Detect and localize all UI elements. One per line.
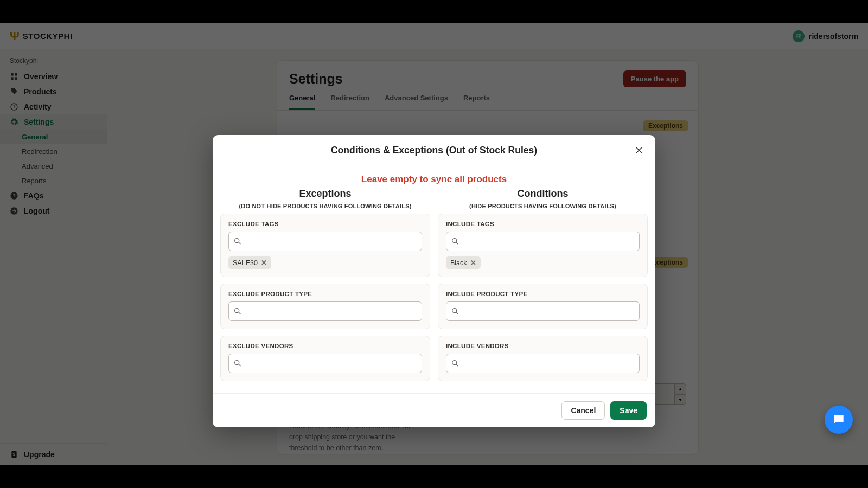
exclude-tags-input[interactable] [228, 232, 422, 251]
exceptions-title: Exceptions [220, 188, 430, 200]
include-vendors-input[interactable] [446, 354, 640, 373]
exclude-tags-card: EXCLUDE TAGS SALE30 ✕ [220, 214, 430, 277]
exceptions-column: Exceptions (DO NOT HIDE PRODUCTS HAVING … [220, 188, 430, 388]
include-product-type-card: INCLUDE PRODUCT TYPE [438, 284, 648, 329]
exceptions-subtitle: (DO NOT HIDE PRODUCTS HAVING FOLLOWING D… [220, 203, 430, 209]
save-button[interactable]: Save [610, 401, 647, 420]
chat-fab[interactable] [825, 406, 853, 434]
include-ptype-label: INCLUDE PRODUCT TYPE [446, 291, 640, 297]
exclude-tags-label: EXCLUDE TAGS [228, 221, 422, 227]
include-tags-label: INCLUDE TAGS [446, 221, 640, 227]
include-vendors-card: INCLUDE VENDORS [438, 336, 648, 381]
conditions-title: Conditions [438, 188, 648, 200]
conditions-column: Conditions (HIDE PRODUCTS HAVING FOLLOWI… [438, 188, 648, 388]
conditions-subtitle: (HIDE PRODUCTS HAVING FOLLOWING DETAILS) [438, 203, 648, 209]
chip-remove-icon[interactable]: ✕ [470, 259, 476, 267]
cancel-button[interactable]: Cancel [561, 401, 605, 420]
include-vendors-label: INCLUDE VENDORS [446, 343, 640, 349]
exclude-vendors-label: EXCLUDE VENDORS [228, 343, 422, 349]
exclude-ptype-input[interactable] [228, 301, 422, 321]
modal-title: Conditions & Exceptions (Out of Stock Ru… [224, 145, 644, 156]
exclude-ptype-label: EXCLUDE PRODUCT TYPE [228, 291, 422, 297]
modal-note: Leave empty to sync all products [213, 166, 655, 188]
chip-remove-icon[interactable]: ✕ [261, 259, 267, 267]
conditions-modal: Conditions & Exceptions (Out of Stock Ru… [213, 135, 655, 427]
chat-icon [832, 413, 846, 427]
include-tags-input[interactable] [446, 232, 640, 251]
exclude-product-type-card: EXCLUDE PRODUCT TYPE [220, 284, 430, 329]
include-tag-chip: Black ✕ [446, 256, 481, 269]
exclude-vendors-card: EXCLUDE VENDORS [220, 336, 430, 381]
include-tags-card: INCLUDE TAGS Black ✕ [438, 214, 648, 277]
include-ptype-input[interactable] [446, 301, 640, 321]
exclude-tag-chip: SALE30 ✕ [228, 256, 271, 269]
exclude-vendors-input[interactable] [228, 354, 422, 373]
close-icon[interactable] [631, 143, 647, 158]
app-frame: Ψ STOCKYPHI R ridersofstorm Stockyphi Ov… [0, 23, 868, 465]
